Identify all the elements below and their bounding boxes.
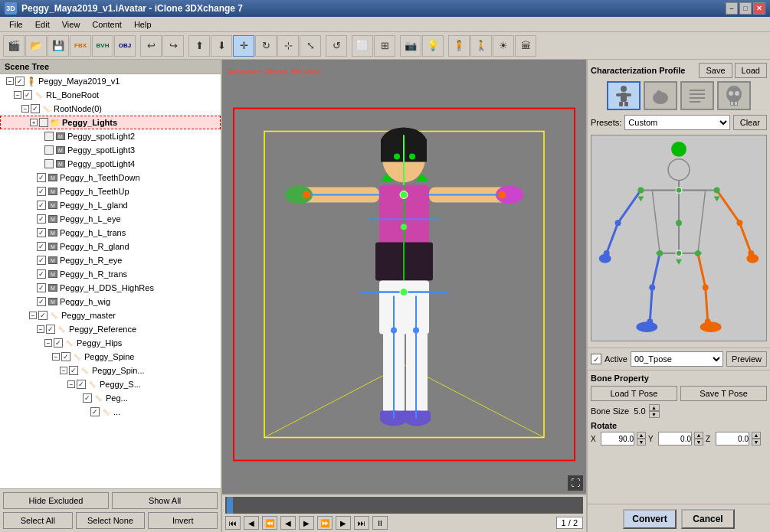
tree-item-spine3[interactable]: − 🦴 Peggy_S... [0,377,221,391]
toolbar-extra-btn[interactable]: 🏛 [515,35,536,57]
scene-tree-container[interactable]: − 🧍 Peggy_Maya2019_v1 − 🦴 RL_BoneRoot − … [0,74,221,488]
toolbar-view1-btn[interactable]: ⬜ [352,35,373,57]
tree-item-light4[interactable]: M Peggy_spotLight4 [0,157,221,171]
tree-toggle-boneroot[interactable]: − [14,91,21,99]
toolbar-scene-btn[interactable]: 🎬 [3,35,25,57]
tree-checkbox-spine[interactable] [61,352,70,361]
tree-checkbox-master[interactable] [38,311,48,320]
char-foot-button[interactable] [644,81,677,110]
tree-checkbox-teethdown[interactable] [37,173,46,182]
y-rotate-input[interactable] [658,432,692,446]
tree-item-ltrans[interactable]: M Peggy_h_L_trans [0,226,221,240]
char-load-button[interactable]: Load [735,63,767,78]
bone-size-down-button[interactable]: ▼ [649,411,660,418]
toolbar-light-btn[interactable]: 💡 [422,35,444,57]
active-checkbox[interactable] [591,354,601,364]
toolbar-move-down-btn[interactable]: ⬇ [211,35,232,57]
tree-item-reye[interactable]: M Peggy_h_R_eye [0,253,221,267]
tree-item-leye[interactable]: M Peggy_h_L_eye [0,212,221,226]
tree-checkbox-light4[interactable] [44,159,54,168]
tree-item-reference[interactable]: − 🦴 Peggy_Reference [0,322,221,336]
tree-item-rootnode[interactable]: − 🦴 RootNode(0) [0,102,221,116]
save-tpose-button[interactable]: Save T Pose [680,386,767,401]
tree-checkbox-light3[interactable] [44,145,54,155]
bone-size-spinners[interactable]: ▲ ▼ [649,404,660,418]
tree-toggle-hips[interactable]: − [44,339,52,347]
select-none-button[interactable]: Select None [76,512,146,529]
tree-checkbox-wig[interactable] [37,297,46,306]
tree-item-lights[interactable]: + 📁 Peggy_Lights [0,116,221,129]
convert-button[interactable]: Convert [623,509,677,529]
timeline-track[interactable] [225,497,583,514]
z-spinners[interactable]: ▲ ▼ [752,432,761,446]
tree-checkbox-lights[interactable] [39,118,48,127]
z-up-button[interactable]: ▲ [752,432,761,439]
timeline-pause-button[interactable]: ⏸ [372,516,388,530]
load-tpose-button[interactable]: Load T Pose [591,386,677,401]
toolbar-walk-btn[interactable]: 🚶 [470,35,492,57]
char-save-button[interactable]: Save [699,63,732,78]
toolbar-fbx-btn[interactable]: FBX [70,35,91,57]
tree-item-wig[interactable]: M Peggy_h_wig [0,295,221,308]
timeline-prev-frame-button[interactable]: ⏪ [262,516,277,530]
tree-item-peg[interactable]: 🦴 Peg... [0,391,221,405]
tree-checkbox-ltrans[interactable] [37,228,46,237]
tree-checkbox-lgland[interactable] [37,201,46,210]
toolbar-bvh-btn[interactable]: BVH [92,35,113,57]
toolbar-body-btn[interactable]: 🧍 [448,35,470,57]
char-figure-button[interactable] [607,81,641,110]
tree-checkbox-rtrans[interactable] [37,269,46,279]
tree-item-spine2[interactable]: − 🦴 Peggy_Spin... [0,364,221,377]
tree-toggle-spine3[interactable]: − [67,380,75,388]
tree-item-master[interactable]: − 🦴 Peggy_master [0,308,221,322]
maximize-button[interactable]: □ [739,2,752,15]
toolbar-obj-btn[interactable]: OBJ [114,35,136,57]
tree-item-light3[interactable]: M Peggy_spotLight3 [0,143,221,157]
tree-item-boneroot[interactable]: − 🦴 RL_BoneRoot [0,88,221,102]
tree-item-dds[interactable]: M Peggy_H_DDS_HighRes [0,281,221,295]
presets-clear-button[interactable]: Clear [733,115,767,130]
preview-button[interactable]: Preview [726,351,767,367]
tree-item-teethup[interactable]: M Peggy_h_TeethUp [0,184,221,198]
tree-checkbox-leye[interactable] [37,214,46,224]
tree-checkbox-reye[interactable] [37,256,46,265]
tree-toggle-spine[interactable]: − [52,353,60,361]
tree-checkbox-rootnode[interactable] [31,104,40,113]
close-button[interactable]: ✕ [753,2,765,15]
z-down-button[interactable]: ▼ [752,439,761,446]
toolbar-undo-btn[interactable]: ↩ [140,35,162,57]
tree-item-root[interactable]: − 🧍 Peggy_Maya2019_v1 [0,74,221,88]
y-down-button[interactable]: ▼ [694,439,703,446]
tree-checkbox-boneroot[interactable] [23,90,32,100]
tree-toggle-rootnode[interactable]: − [21,105,29,113]
y-spinners[interactable]: ▲ ▼ [694,432,703,446]
tree-item-spine[interactable]: − 🦴 Peggy_Spine [0,350,221,364]
toolbar-save-btn[interactable]: 💾 [48,35,69,57]
toolbar-scale-btn[interactable]: ⤡ [300,35,321,57]
tree-checkbox-root[interactable] [15,77,25,86]
y-up-button[interactable]: ▲ [694,432,703,439]
toolbar-grid-btn[interactable]: ⊞ [374,35,395,57]
tree-checkbox-dds[interactable] [37,283,46,292]
tree-item-light2[interactable]: M Peggy_spotLight2 [0,129,221,143]
tree-toggle-root[interactable]: − [6,77,14,85]
z-rotate-input[interactable] [716,432,749,446]
timeline-play-button[interactable]: ▶ [299,516,314,530]
minimize-button[interactable]: – [726,2,738,15]
timeline-thumb[interactable] [227,497,233,514]
menu-content[interactable]: Content [86,18,128,31]
tree-toggle-reference[interactable]: − [37,325,44,333]
toolbar-redo-btn[interactable]: ↪ [162,35,184,57]
tree-checkbox-extra1[interactable] [90,407,100,416]
tree-item-rgland[interactable]: M Peggy_h_R_gland [0,240,221,253]
timeline-last-button[interactable]: ⏭ [354,516,369,530]
x-rotate-input[interactable] [601,432,634,446]
menu-file[interactable]: File [3,18,29,31]
tree-checkbox-teethup[interactable] [37,187,46,196]
select-all-button[interactable]: Select All [3,512,73,529]
menu-edit[interactable]: Edit [29,18,56,31]
menu-view[interactable]: View [56,18,87,31]
timeline-forward-button[interactable]: ⏩ [317,516,333,530]
tree-checkbox-hips[interactable] [54,338,63,348]
tree-checkbox-peg[interactable] [83,393,92,403]
